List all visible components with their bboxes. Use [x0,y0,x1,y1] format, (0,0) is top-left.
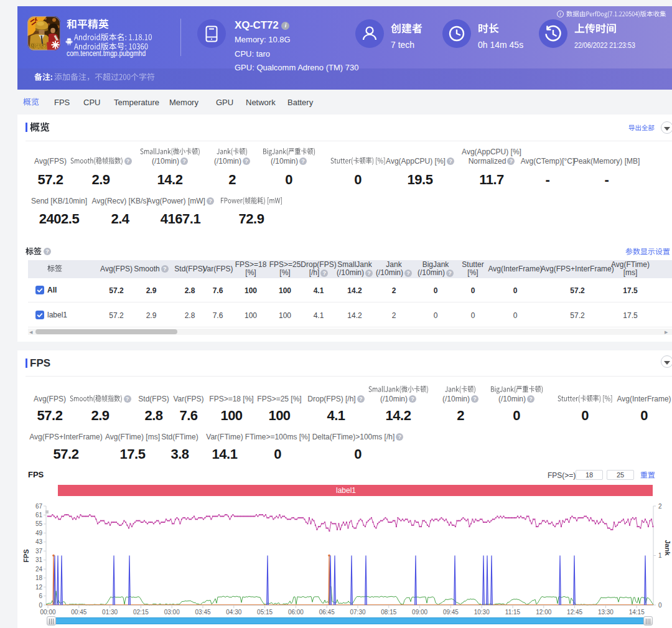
svg-text:FPS: FPS [22,549,30,562]
svg-text:09:00: 09:00 [412,609,427,616]
svg-text:06:45: 06:45 [319,609,335,616]
svg-text:0: 0 [39,602,42,609]
svg-text:12:45: 12:45 [567,609,582,616]
svg-text:00:45: 00:45 [71,609,86,616]
svg-text:14:15: 14:15 [629,609,645,616]
svg-text:09:45: 09:45 [443,609,459,616]
svg-text:03:45: 03:45 [195,609,210,616]
svg-text:0: 0 [658,602,662,609]
svg-text:Jank: Jank [664,540,671,556]
svg-text:12:00: 12:00 [536,609,551,616]
svg-text:2: 2 [658,503,662,510]
svg-text:55: 55 [35,520,43,527]
svg-text:06:00: 06:00 [288,609,304,616]
svg-text:04:30: 04:30 [226,609,241,616]
svg-text:12: 12 [35,584,43,591]
svg-text:49: 49 [35,530,43,537]
svg-text:37: 37 [35,548,43,555]
svg-text:08:15: 08:15 [381,609,396,616]
svg-text:10:30: 10:30 [474,609,490,616]
svg-text:67: 67 [35,503,43,510]
svg-text:01:30: 01:30 [102,609,118,616]
svg-text:24: 24 [35,566,43,573]
svg-text:00:00: 00:00 [40,609,55,616]
svg-text:07:30: 07:30 [350,609,365,616]
svg-text:1: 1 [658,552,662,559]
svg-text:05:15: 05:15 [257,609,273,616]
svg-text:02:15: 02:15 [133,609,149,616]
svg-text:18: 18 [35,574,43,581]
svg-text:6: 6 [39,593,42,599]
svg-text:31: 31 [35,556,43,563]
svg-text:61: 61 [35,512,43,518]
svg-text:11:15: 11:15 [505,609,521,616]
svg-text:13:30: 13:30 [598,609,614,616]
svg-text:03:00: 03:00 [164,609,180,616]
svg-text:43: 43 [35,538,43,545]
